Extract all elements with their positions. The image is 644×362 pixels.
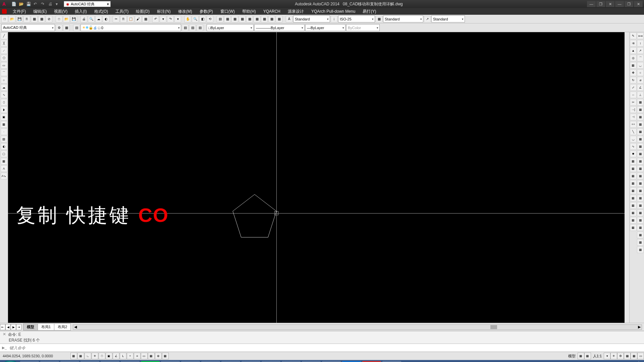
dim-tool[interactable]: ⟷ [637, 33, 644, 39]
tb-btn[interactable]: 💾 [70, 16, 77, 22]
dim-tool[interactable]: ▦ [637, 187, 644, 194]
tpy-toggle[interactable]: ▭ [141, 353, 148, 359]
tb-btn[interactable]: ▦ [239, 16, 246, 22]
tb-btn[interactable]: ▦ [142, 16, 149, 22]
break-tool[interactable]: ⊣ [630, 114, 637, 120]
dim-tool[interactable]: ▦ [637, 217, 644, 224]
close-button[interactable]: ✕ [606, 1, 614, 7]
tb-btn[interactable]: ▦ [276, 16, 282, 22]
chamfer-tool[interactable]: ╲ [630, 128, 637, 135]
layer-tool-icon[interactable]: ▤ [197, 24, 203, 31]
dim-tool[interactable]: ▦ [637, 195, 644, 201]
zoom-win-button[interactable]: ◧ [199, 16, 206, 22]
dim-tool[interactable]: ▦ [637, 202, 644, 209]
tb-btn[interactable]: ◐ [103, 16, 109, 22]
dim-tool[interactable]: ↕ [637, 40, 644, 47]
modify-tool[interactable]: ▦ [630, 224, 637, 231]
table-style-select[interactable]: Standard [383, 15, 423, 22]
dim-tool[interactable]: ▦ [637, 106, 644, 113]
tab-model[interactable]: 模型 [23, 323, 38, 330]
modify-tool[interactable]: ▦ [630, 202, 637, 209]
tb-btn[interactable]: ▦ [231, 16, 238, 22]
dimstyle-icon[interactable]: ⟊ [331, 16, 337, 22]
xline-tool[interactable]: ╳ [1, 40, 7, 47]
dim-tool[interactable]: ⌀ [637, 77, 644, 83]
offset-tool[interactable]: ◎ [630, 55, 637, 61]
tb-btn[interactable]: ▦ [268, 16, 275, 22]
arc-tool[interactable]: ⌒ [1, 69, 7, 76]
match-button[interactable]: 🖌 [135, 16, 142, 22]
dim-tool[interactable]: ⊥ [637, 92, 644, 98]
polar-toggle[interactable]: ✳ [92, 353, 98, 359]
ellipse-tool[interactable]: ⬯ [1, 99, 7, 106]
dim-tool[interactable]: ▦ [637, 143, 644, 150]
print-icon[interactable]: 🖨 [48, 2, 53, 6]
ducs-toggle[interactable]: L [120, 353, 126, 359]
zoom-rt-button[interactable]: 🔍 [192, 16, 199, 22]
new-icon[interactable]: 📄 [11, 2, 16, 6]
tab-prev[interactable]: ◀ [5, 324, 11, 330]
tb-btn[interactable]: 📂 [63, 16, 70, 22]
status-btn[interactable]: ▭ [637, 353, 644, 359]
tab-layout1[interactable]: 布局1 [38, 323, 54, 330]
modify-tool[interactable]: ▦ [630, 217, 637, 224]
region-tool[interactable]: ▢ [1, 150, 7, 157]
tb-dd[interactable]: ▾ [160, 16, 166, 22]
copy-tool[interactable]: ⇉ [630, 40, 637, 47]
lineweight-select[interactable]: — ByLayer [305, 24, 345, 31]
tab-layout2[interactable]: 布局2 [54, 323, 71, 330]
osnap-toggle[interactable]: □ [99, 353, 105, 359]
menu-yida[interactable]: 易打(Y) [359, 8, 379, 15]
stretch-tool[interactable]: ↔ [630, 92, 637, 98]
layer-tool-icon[interactable]: ▤ [189, 24, 196, 31]
doc-restore-button[interactable]: ❐ [625, 1, 633, 7]
block-tool[interactable]: ▦ [1, 121, 7, 128]
menu-view[interactable]: 视图(V) [51, 8, 71, 15]
tb-btn[interactable]: ▦ [254, 16, 260, 22]
open-button[interactable]: 📂 [9, 16, 15, 22]
drawing-canvas[interactable]: 复制 快捷键 CO [8, 32, 625, 323]
linetype-select[interactable]: ———— ByLayer [254, 24, 305, 31]
hscroll-thumb[interactable] [490, 325, 497, 329]
dim-tool[interactable]: ▦ [637, 224, 644, 231]
qp-toggle[interactable]: ▦ [148, 353, 155, 359]
plot-button[interactable]: 🖨 [80, 16, 87, 22]
dim-tool[interactable]: ○ [637, 69, 644, 76]
move-tool[interactable]: ✥ [630, 69, 637, 76]
insert-tool[interactable]: ▣ [1, 114, 7, 120]
grid-toggle[interactable]: ▦ [77, 353, 84, 359]
save-button[interactable]: 💾 [16, 16, 23, 22]
dim-style-select[interactable]: ISO-25 [338, 15, 375, 22]
modify-tool[interactable]: ▦ [630, 195, 637, 201]
status-btn[interactable]: ▦ [631, 353, 637, 359]
tb-dd[interactable]: ▾ [174, 16, 181, 22]
status-model[interactable]: 模型 [566, 354, 578, 359]
menu-insert[interactable]: 插入(I) [71, 8, 90, 15]
lwt-toggle[interactable]: ≡ [134, 353, 141, 359]
menu-dimension[interactable]: 标注(N) [154, 8, 174, 15]
copy-button[interactable]: ⎘ [120, 16, 127, 22]
mleaderstyle-icon[interactable]: ↗ [424, 16, 431, 22]
addsel-tool[interactable]: A↘ [1, 173, 7, 179]
workspace-selector[interactable]: ◉ AutoCAD 经典 ▾ [64, 1, 111, 7]
sc-toggle[interactable]: ⊕ [155, 353, 162, 359]
menu-yqarch-pulldown[interactable]: YQArch Pull-down Menu [308, 8, 359, 14]
fillet-tool[interactable]: ◡ [630, 136, 637, 142]
save-icon[interactable]: 💾 [26, 2, 31, 6]
tb-btn[interactable]: ▤ [217, 16, 223, 22]
restore-button[interactable]: ❐ [596, 1, 605, 7]
new-button[interactable]: □ [1, 16, 8, 22]
modify-tool[interactable]: ▦ [630, 165, 637, 172]
saveas-button[interactable]: ⎘ [23, 16, 30, 22]
publish-button[interactable]: ☁ [95, 16, 102, 22]
dropdown-icon[interactable]: ▾ [56, 2, 60, 6]
tab-last[interactable]: ⇥ [16, 324, 21, 330]
open-icon[interactable]: 📂 [19, 2, 23, 6]
dim-tool[interactable]: ▦ [637, 121, 644, 128]
dim-tool[interactable]: ▦ [637, 173, 644, 179]
modify-tool[interactable]: ▦ [630, 209, 637, 216]
redo-button[interactable]: ↷ [167, 16, 174, 22]
mleader-style-select[interactable]: Standard [431, 15, 465, 22]
paste-button[interactable]: 📋 [127, 16, 134, 22]
dim-tool[interactable]: ▦ [637, 232, 644, 238]
